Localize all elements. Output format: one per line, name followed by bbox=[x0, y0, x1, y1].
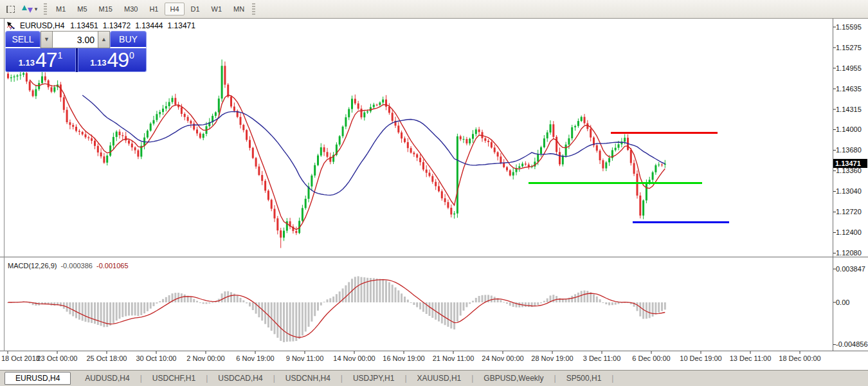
macd-axis-tick: 0.003847 bbox=[836, 265, 865, 273]
period-button-H4[interactable]: H4 bbox=[165, 3, 184, 15]
arrows-tool-icon[interactable]: ▾ bbox=[19, 3, 41, 15]
tab-separator: | bbox=[611, 374, 613, 383]
time-axis-tick: 28 Nov 19:00 bbox=[531, 354, 573, 362]
rectangle-tool-icon[interactable] bbox=[3, 3, 17, 15]
period-button-M30[interactable]: M30 bbox=[119, 3, 143, 15]
macd-axis-tick: 0.00 bbox=[836, 299, 849, 306]
volume-decrease-button[interactable]: ▼ bbox=[41, 31, 53, 48]
tab-separator: | bbox=[554, 374, 556, 383]
buy-button[interactable]: BUY bbox=[110, 31, 147, 48]
sell-price-digits: 47 bbox=[35, 50, 57, 69]
time-axis-tick: 25 Oct 18:00 bbox=[87, 354, 127, 362]
tab-separator: | bbox=[471, 374, 473, 383]
time-axis-tick: 3 Dec 11:00 bbox=[583, 354, 621, 362]
close-value: 1.13471 bbox=[168, 21, 195, 30]
period-button-MN[interactable]: MN bbox=[228, 3, 249, 15]
time-axis-tick: 2 Nov 00:00 bbox=[186, 354, 224, 362]
buy-price-pipette: 0 bbox=[129, 50, 134, 60]
rectangle-glyph bbox=[6, 6, 15, 13]
period-button-D1[interactable]: D1 bbox=[186, 3, 205, 15]
chart-tab[interactable]: USDJPY,H1 bbox=[344, 372, 403, 385]
time-axis-tick: 30 Oct 10:00 bbox=[136, 354, 177, 362]
chart-window-icon bbox=[6, 21, 15, 30]
price-axis-tick: 1.14000 bbox=[836, 125, 862, 133]
sell-button[interactable]: SELL bbox=[5, 31, 41, 48]
chart-tab[interactable]: USDCNH,H4 bbox=[276, 372, 339, 385]
buy-price-prefix: 1.13 bbox=[90, 58, 106, 68]
buy-price-digits: 49 bbox=[107, 50, 129, 69]
tab-separator: | bbox=[206, 374, 208, 383]
trading-terminal-window: { "toolbar": { "periods": ["M1","M5","M1… bbox=[0, 0, 868, 386]
volume-increase-button[interactable]: ▲ bbox=[98, 31, 110, 48]
chart-tab[interactable]: GBPUSD,Weekly bbox=[475, 372, 552, 385]
chart-tab[interactable]: USDCAD,H4 bbox=[209, 372, 271, 385]
tab-separator: | bbox=[140, 374, 142, 383]
price-axis-border bbox=[833, 19, 833, 351]
period-button-M1[interactable]: M1 bbox=[51, 3, 71, 15]
symbol-label: EURUSD,H4 bbox=[20, 21, 64, 30]
high-value: 1.13472 bbox=[103, 21, 131, 30]
spin-down-icon: ▼ bbox=[44, 36, 50, 42]
time-axis-tick: 18 Dec 00:00 bbox=[779, 354, 820, 362]
macd-indicator-header: MACD(12,26,9) -0.000386 -0.001065 bbox=[8, 262, 129, 270]
price-axis-tick: 1.15595 bbox=[836, 23, 862, 31]
timeframe-buttons: M1M5M15M30H1H4D1W1MN bbox=[50, 3, 250, 15]
sell-price-panel[interactable]: 1.13 47 1 bbox=[5, 48, 76, 72]
time-axis-tick: 18 Oct 2018 bbox=[1, 354, 40, 362]
open-value: 1.13451 bbox=[70, 21, 98, 30]
time-axis-tick: 21 Nov 11:00 bbox=[433, 354, 475, 362]
toolbar-grip bbox=[44, 3, 47, 15]
time-axis-tick: 16 Nov 19:00 bbox=[383, 354, 424, 362]
price-axis-tick: 1.13680 bbox=[836, 146, 862, 154]
toolbar: ▾ M1M5M15M30H1H4D1W1MN bbox=[0, 0, 868, 19]
price-axis-tick: 1.14635 bbox=[836, 85, 862, 93]
spin-up-icon: ▲ bbox=[101, 36, 107, 42]
price-axis-tick: 1.12720 bbox=[836, 208, 862, 216]
current-price-badge: 1.13471 bbox=[833, 159, 867, 168]
axis-splitter bbox=[0, 351, 868, 351]
macd-axis-tick: -0.004856 bbox=[836, 340, 868, 348]
chart-tab[interactable]: XAUUSD,H1 bbox=[408, 372, 471, 385]
one-click-trading-widget: SELL ▼ ▲ BUY 1.13 47 1 1.13 49 0 bbox=[5, 31, 147, 72]
time-axis-tick: 14 Nov 00:00 bbox=[333, 354, 375, 362]
chart-left-border bbox=[4, 19, 5, 351]
price-axis-tick: 1.14315 bbox=[836, 106, 862, 113]
price-axis-tick: 1.12400 bbox=[836, 228, 862, 236]
sell-price-prefix: 1.13 bbox=[19, 58, 35, 68]
arrows-glyph bbox=[22, 5, 33, 13]
tab-separator: | bbox=[404, 374, 406, 383]
macd-signal-value: -0.001065 bbox=[96, 262, 129, 270]
low-value: 1.13444 bbox=[135, 21, 163, 30]
price-axis-tick: 1.14955 bbox=[836, 64, 862, 72]
chart-tab-bar: EURUSD,H4AUDUSD,H4|USDCHF,H1|USDCAD,H4|U… bbox=[0, 370, 868, 386]
sell-price-pipette: 1 bbox=[58, 50, 63, 60]
tab-separator: | bbox=[341, 374, 343, 383]
chart-ohlc-header: EURUSD,H4 1.13451 1.13472 1.13444 1.1347… bbox=[6, 21, 195, 30]
period-button-M15[interactable]: M15 bbox=[94, 3, 118, 15]
period-button-M5[interactable]: M5 bbox=[72, 3, 92, 15]
toolbar-grip-2 bbox=[252, 3, 255, 15]
time-axis-tick: 9 Nov 11:00 bbox=[286, 354, 324, 362]
time-axis-tick: 6 Dec 00:00 bbox=[632, 354, 670, 362]
chart-tab[interactable]: SP500,H1 bbox=[557, 372, 611, 385]
volume-input[interactable] bbox=[53, 31, 98, 48]
tab-separator: | bbox=[273, 374, 275, 383]
time-axis-tick: 10 Dec 19:00 bbox=[680, 354, 721, 362]
time-axis-tick: 24 Nov 00:00 bbox=[482, 354, 523, 362]
time-axis-tick: 23 Oct 00:00 bbox=[37, 354, 78, 362]
chevron-down-icon: ▾ bbox=[35, 6, 38, 12]
chart-tab[interactable]: USDCHF,H1 bbox=[143, 372, 204, 385]
period-button-W1[interactable]: W1 bbox=[206, 3, 228, 15]
macd-pane[interactable] bbox=[5, 259, 833, 351]
buy-price-panel[interactable]: 1.13 49 0 bbox=[78, 48, 147, 72]
macd-value: -0.000386 bbox=[60, 262, 93, 270]
chart-tab[interactable]: AUDUSD,H4 bbox=[76, 372, 138, 385]
chart-tab-active[interactable]: EURUSD,H4 bbox=[5, 372, 71, 385]
price-axis-tick: 1.12080 bbox=[836, 249, 862, 257]
price-axis-tick: 1.15275 bbox=[836, 44, 862, 51]
time-axis-tick: 13 Dec 11:00 bbox=[730, 354, 772, 362]
macd-label: MACD(12,26,9) bbox=[8, 262, 57, 270]
pane-splitter[interactable] bbox=[0, 257, 868, 257]
price-axis-tick: 1.13040 bbox=[836, 187, 862, 195]
period-button-H1[interactable]: H1 bbox=[144, 3, 163, 15]
